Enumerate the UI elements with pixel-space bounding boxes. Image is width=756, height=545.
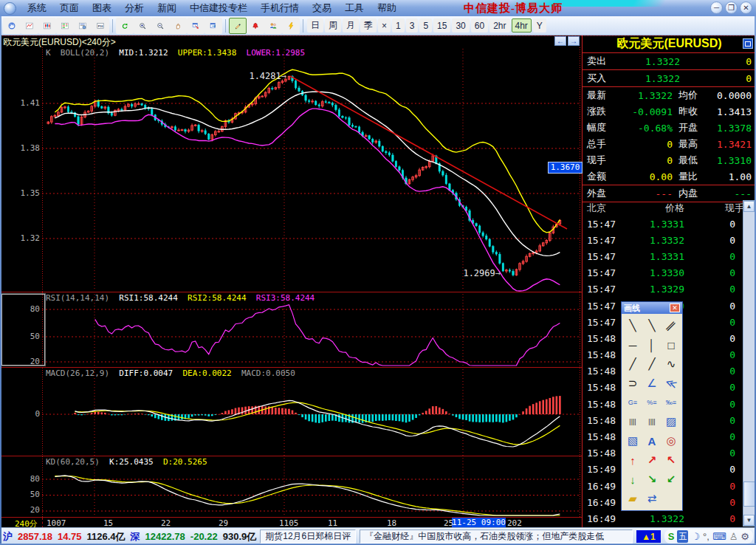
pobo-logo-icon[interactable] xyxy=(3,18,21,34)
menu-item-手机行情[interactable]: 手机行情 xyxy=(254,0,306,16)
arrow-down-tool-icon[interactable]: ↓ xyxy=(623,470,642,489)
channel-tool-icon[interactable]: ▨ xyxy=(662,412,681,431)
period-button-30[interactable]: 30 xyxy=(452,18,469,32)
book-row-卖出[interactable]: 卖出1.33220 xyxy=(583,53,756,70)
zoom-in-icon[interactable] xyxy=(134,18,151,34)
restore-button[interactable]: ❐ xyxy=(725,1,738,14)
arrow-up-right-tool-icon[interactable]: ↗ xyxy=(642,450,662,470)
line-chart-icon[interactable] xyxy=(21,18,38,34)
menu-item-工具[interactable]: 工具 xyxy=(338,0,371,16)
scroll-down-icon[interactable]: ▼ xyxy=(743,515,755,526)
chart-area[interactable]: 欧元美元(EURUSD)<240分> ← → K BOLL(20,2) MID:… xyxy=(0,35,582,527)
trend-line-up-tool-icon[interactable]: ╱ xyxy=(623,354,642,374)
panel-restore-icon[interactable] xyxy=(743,38,753,49)
text-tool-tool-icon[interactable]: A xyxy=(642,431,662,450)
send-to-window-icon[interactable] xyxy=(187,18,205,34)
sogou-logo-icon[interactable]: S xyxy=(668,530,675,543)
arrow-up-left-tool-icon[interactable]: ↖ xyxy=(662,450,681,470)
book-row-买入[interactable]: 买入1.33220 xyxy=(583,70,756,87)
drag-hand-icon[interactable] xyxy=(169,18,187,34)
arrow-up-tool-icon[interactable]: ↑ xyxy=(623,450,642,470)
trend-line-tool-icon[interactable]: ╲ xyxy=(623,316,642,335)
menu-item-帮助[interactable]: 帮助 xyxy=(371,0,403,16)
close-button[interactable]: ✕ xyxy=(740,1,752,14)
period-button-15[interactable]: 15 xyxy=(433,18,450,32)
period-button-日[interactable]: 日 xyxy=(307,18,323,32)
macd-pane[interactable]: MACD(26,12,9) DIFF:0.0047 DEA:0.0022 MAC… xyxy=(0,367,582,456)
vertical-grid-2-tool-icon[interactable]: |||| xyxy=(642,412,662,431)
golden-section-tool-icon[interactable]: G≡ xyxy=(623,393,642,412)
tick-row[interactable]: 15:471.33290 xyxy=(583,281,740,298)
vertical-grid-tool-icon[interactable]: |||| xyxy=(623,412,642,431)
arrow-down-left-tool-icon[interactable]: ↙ xyxy=(662,470,681,489)
period-button-60[interactable]: 60 xyxy=(471,18,488,32)
tick-row[interactable]: 15:471.33310 xyxy=(583,216,740,232)
tick-row[interactable]: 16:491.33220 xyxy=(583,510,740,527)
main-candle-pane[interactable]: K BOLL(20,2) MID:1.3212 UPPER:1.3438 LOW… xyxy=(0,47,582,292)
alert-badge[interactable]: ▲1 xyxy=(636,530,661,543)
menu-item-交易[interactable]: 交易 xyxy=(306,0,338,16)
menu-item-页面[interactable]: 页面 xyxy=(53,0,86,16)
price-alarm-icon[interactable] xyxy=(247,18,264,34)
menu-item-中信建投专栏[interactable]: 中信建投专栏 xyxy=(183,0,254,16)
kd-pane[interactable]: KD(60,20,5) K:25.0435 D:20.5265 805020 xyxy=(0,456,582,518)
period-button-5[interactable]: 5 xyxy=(419,18,432,32)
tick-row[interactable]: 15:471.33310 xyxy=(583,248,740,264)
undo-arrows-tool-icon[interactable]: ⇄ xyxy=(642,489,662,508)
rsi-pane[interactable]: RSI(14,14,14) RSI1:58.4244 RSI2:58.4244 … xyxy=(0,292,582,368)
app-icon[interactable] xyxy=(4,2,16,15)
zoom-out-icon[interactable] xyxy=(151,18,169,34)
period-button-4hr[interactable]: 4hr xyxy=(512,18,532,32)
tick-row[interactable]: 15:471.33300 xyxy=(583,265,740,281)
quote-list-icon[interactable] xyxy=(56,18,74,34)
tick-list-scrollbar[interactable]: ▲ ▼ xyxy=(743,200,755,527)
period-button-3[interactable]: 3 xyxy=(406,18,419,32)
draw-tool-icon[interactable] xyxy=(229,18,247,34)
wubi-mode-icon[interactable]: 五 xyxy=(677,530,688,543)
draw-palette-titlebar[interactable]: 画线 ✕ xyxy=(622,302,682,314)
chart-prev-icon[interactable]: ← xyxy=(554,36,566,46)
macd-chart-canvas[interactable] xyxy=(0,368,582,456)
candlestick-chart-icon[interactable] xyxy=(38,18,56,34)
period-button-×[interactable]: × xyxy=(378,18,391,32)
gann-fan-tool-icon[interactable]: ≪ xyxy=(659,371,683,395)
minimize-button[interactable]: ─ xyxy=(710,1,723,14)
f10-info-icon[interactable]: F10 xyxy=(92,18,109,34)
menu-item-图表[interactable]: 图表 xyxy=(86,0,118,16)
arrow-down-right-tool-icon[interactable]: ↘ xyxy=(642,470,662,489)
soft-keyboard-icon[interactable]: ⌨ xyxy=(712,530,726,543)
vertical-line-tool-icon[interactable]: │ xyxy=(642,335,662,354)
percent-lines-tool-icon[interactable]: %≡ xyxy=(642,393,662,412)
candlestick-chart-canvas[interactable] xyxy=(0,47,582,292)
news-headline[interactable]: 『金融财经』中国股市收高，石油类股领涨；但地产类股走低 xyxy=(360,529,633,544)
cycle-wheel-tool-icon[interactable]: ◎ xyxy=(662,431,681,450)
chart-next-icon[interactable]: → xyxy=(568,36,580,46)
period-button-2hr[interactable]: 2hr xyxy=(489,18,509,32)
period-button-季[interactable]: 季 xyxy=(360,18,377,32)
period-button-月[interactable]: 月 xyxy=(343,18,359,32)
period-button-Y[interactable]: Y xyxy=(533,18,546,32)
quick-flash-icon[interactable] xyxy=(282,18,300,34)
horizontal-line-tool-icon[interactable]: ─ xyxy=(623,335,642,354)
settings-gear-icon[interactable]: ⚙ xyxy=(740,530,749,543)
skin-user-icon[interactable]: ♙ xyxy=(729,530,738,543)
period-button-1[interactable]: 1 xyxy=(392,18,405,32)
eraser-tool-icon[interactable]: ▰ xyxy=(623,489,642,508)
halfwidth-moon-icon[interactable]: ☽ xyxy=(691,530,700,543)
wave-curve-tool-icon[interactable]: ∿ xyxy=(662,354,681,374)
next-window-icon[interactable] xyxy=(205,18,222,34)
scroll-up-icon[interactable]: ▲ xyxy=(743,201,755,212)
news-list-icon[interactable] xyxy=(74,18,92,34)
ray-line-up-tool-icon[interactable]: ╱ xyxy=(642,354,662,374)
channel-2-tool-icon[interactable]: ▧ xyxy=(623,431,642,450)
report-headline[interactable]: 期货12月6日郑棉日评 xyxy=(260,529,356,544)
rsi-chart-canvas[interactable] xyxy=(0,292,582,368)
menu-item-分析[interactable]: 分析 xyxy=(118,0,151,16)
refresh-icon[interactable] xyxy=(116,18,134,34)
tick-row[interactable]: 15:471.33320 xyxy=(583,232,740,248)
arc-tool-icon[interactable]: ⊃ xyxy=(623,374,642,393)
menu-item-新闻[interactable]: 新闻 xyxy=(151,0,183,16)
punctuation-mode-icon[interactable]: °, xyxy=(703,530,709,543)
menu-item-系统[interactable]: 系统 xyxy=(21,0,53,16)
palette-close-icon[interactable]: ✕ xyxy=(670,304,680,312)
